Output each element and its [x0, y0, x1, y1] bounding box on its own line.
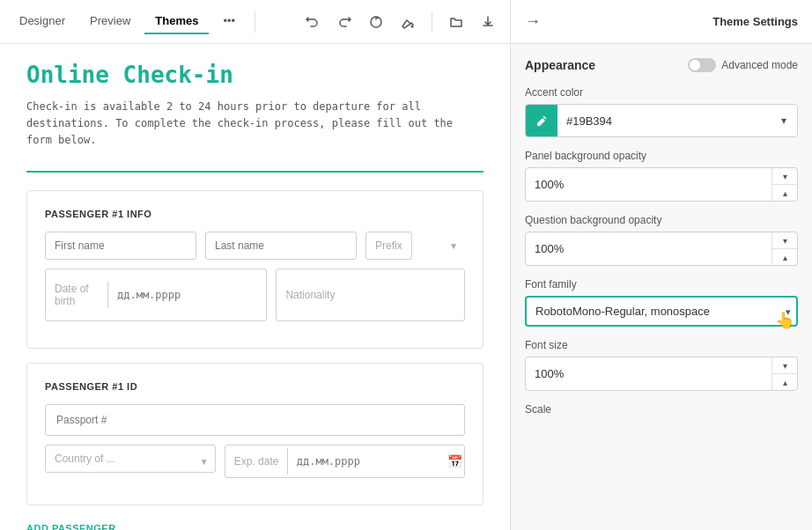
tab-themes[interactable]: Themes	[144, 9, 209, 34]
dob-nationality-row: Date of birth 📅 Nationality	[45, 269, 465, 321]
nav-divider	[255, 11, 255, 33]
accent-color-label: Accent color	[525, 86, 798, 99]
accent-color-dropdown-icon[interactable]: ▾	[771, 105, 797, 136]
nationality-field[interactable]: Nationality	[276, 269, 465, 321]
advanced-mode-label: Advanced mode	[721, 59, 798, 71]
font-family-wrapper: RobotoMono-Regular, monospace ▾ 👆	[525, 296, 798, 327]
first-name-input[interactable]	[45, 232, 196, 260]
last-name-input[interactable]	[205, 232, 357, 260]
country-expdate-row: Country of ... ▼ Exp. date 📅	[45, 445, 465, 478]
font-size-field: 100% ▾ ▴	[525, 357, 798, 391]
nationality-label: Nationality	[285, 289, 335, 301]
passenger1-info-panel: PASSENGER #1 INFO Prefix ▼ Date of birth	[26, 190, 484, 349]
panel-bg-opacity-label: Panel background opacity	[525, 150, 798, 162]
question-bg-opacity-stepper: ▾ ▴	[771, 232, 797, 265]
right-content: Appearance Advanced mode Accent color ▾ …	[511, 44, 812, 530]
back-arrow-icon[interactable]: →	[525, 12, 541, 31]
dob-label: Date of birth	[46, 276, 107, 314]
open-folder-button[interactable]	[443, 9, 469, 35]
question-bg-opacity-label: Question background opacity	[525, 214, 798, 226]
name-row: Prefix ▼	[45, 232, 465, 260]
paint-button[interactable]	[395, 9, 421, 35]
question-bg-opacity-value: 100%	[526, 235, 771, 262]
advanced-mode-toggle[interactable]	[688, 58, 716, 72]
date-of-birth-field: Date of birth 📅	[45, 269, 267, 321]
redo-button[interactable]	[331, 9, 358, 35]
passport-input[interactable]	[45, 404, 465, 436]
passenger1-id-panel: PASSENGER #1 ID Country of ... ▼ Exp. da…	[26, 363, 484, 505]
question-bg-opacity-increase[interactable]: ▴	[772, 249, 797, 265]
top-navigation: Designer Preview Themes •••	[0, 0, 510, 44]
page-description: Check-in is available 2 to 24 hours prio…	[26, 99, 484, 150]
question-bg-opacity-field: 100% ▾ ▴	[525, 232, 798, 266]
theme-settings-title: Theme Settings	[712, 15, 798, 28]
scale-label: Scale	[525, 403, 798, 416]
prefix-select[interactable]: Prefix	[365, 232, 412, 260]
font-family-label: Font family	[525, 278, 798, 291]
nav-icon-divider	[432, 11, 432, 33]
undo-button[interactable]	[299, 9, 326, 35]
svg-point-0	[411, 25, 414, 27]
reset-button[interactable]	[363, 9, 389, 35]
nav-icons	[299, 9, 501, 35]
add-passenger-button[interactable]: ADD PASSENGER	[26, 519, 484, 530]
accent-color-input[interactable]	[557, 114, 771, 128]
color-swatch[interactable]	[526, 105, 557, 136]
right-settings-panel: → Theme Settings Appearance Advanced mod…	[511, 0, 812, 530]
panel-bg-opacity-decrease[interactable]: ▾	[772, 168, 797, 184]
panel-bg-opacity-stepper: ▾ ▴	[771, 168, 797, 201]
exp-calendar-icon[interactable]: 📅	[440, 454, 465, 468]
exp-date-input[interactable]	[287, 448, 440, 475]
country-wrapper: Country of ... ▼	[45, 445, 216, 478]
page-title: Online Check-in	[26, 62, 484, 88]
font-size-label: Font size	[525, 339, 798, 351]
exp-date-label: Exp. date	[225, 448, 287, 475]
tab-designer[interactable]: Designer	[9, 9, 76, 34]
passenger1-id-label: PASSENGER #1 ID	[45, 381, 465, 392]
accent-color-field: ▾	[525, 104, 798, 137]
advanced-mode-row: Advanced mode	[688, 58, 798, 72]
question-bg-opacity-decrease[interactable]: ▾	[772, 232, 797, 248]
more-menu-button[interactable]: •••	[212, 9, 246, 34]
download-button[interactable]	[475, 9, 501, 35]
font-size-stepper: ▾ ▴	[771, 357, 797, 390]
appearance-header: Appearance Advanced mode	[525, 58, 798, 72]
font-size-value: 100%	[526, 360, 771, 387]
tab-preview[interactable]: Preview	[79, 9, 141, 34]
right-top-bar: → Theme Settings	[511, 0, 812, 44]
country-select[interactable]: Country of ...	[45, 445, 216, 473]
dob-date-input[interactable]	[107, 282, 261, 308]
calendar-icon[interactable]: 📅	[261, 288, 267, 302]
font-family-select[interactable]: RobotoMono-Regular, monospace	[525, 296, 798, 327]
appearance-title: Appearance	[525, 58, 595, 72]
panel-bg-opacity-field: 100% ▾ ▴	[525, 167, 798, 202]
font-size-increase[interactable]: ▴	[772, 374, 797, 390]
panel-bg-opacity-value: 100%	[526, 171, 771, 198]
prefix-wrapper: Prefix ▼	[365, 232, 465, 260]
prefix-chevron-icon: ▼	[449, 240, 458, 250]
exp-date-field: Exp. date 📅	[225, 445, 465, 478]
form-preview-area: Online Check-in Check-in is available 2 …	[0, 44, 510, 530]
passenger1-info-label: PASSENGER #1 INFO	[45, 209, 465, 219]
toggle-knob	[690, 60, 700, 70]
font-size-decrease[interactable]: ▾	[772, 357, 797, 373]
separator-line	[26, 171, 484, 173]
panel-bg-opacity-increase[interactable]: ▴	[772, 185, 797, 201]
